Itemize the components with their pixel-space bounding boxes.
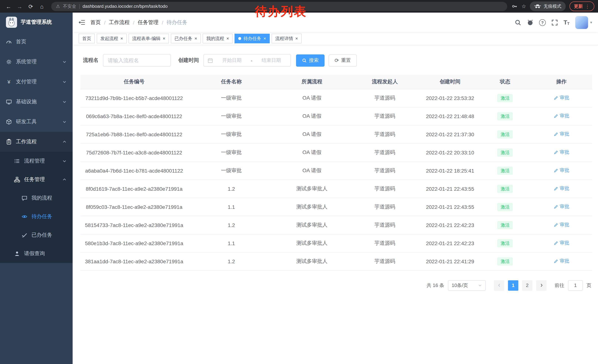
app-root: ← → ⟳ ⌂ ⚠ 不安全 dashboard.yudao.iocoder.cn… xyxy=(0,0,598,364)
approve-link[interactable]: 审批 xyxy=(553,131,569,138)
sidebar-item-infrastructure[interactable]: 基础设施 xyxy=(0,92,73,112)
tag-done-task[interactable]: 已办任务 × xyxy=(171,34,201,43)
tag-label: 首页 xyxy=(82,35,91,42)
cell-task-id: 069c6a63-7b8a-11ec-8ef0-acde48001122 xyxy=(80,107,188,125)
help-icon[interactable]: ? xyxy=(539,19,546,26)
tag-start-process[interactable]: 发起流程 × xyxy=(97,34,127,43)
close-icon[interactable]: × xyxy=(295,36,298,41)
create-time-range-picker[interactable]: 开始日期 - 结束日期 xyxy=(203,54,291,67)
browser-update-button[interactable]: 更新 ⋮ xyxy=(569,1,594,11)
date-range-separator: - xyxy=(251,57,252,63)
breadcrumb-item-home[interactable]: 首页 xyxy=(91,19,101,26)
approve-link[interactable]: 审批 xyxy=(553,113,569,119)
filter-bar: 流程名 创建时间 开始日期 - 结束日期 xyxy=(83,54,592,67)
gear-icon xyxy=(6,59,12,65)
workflow-submenu: 流程管理 任务管理 我的流程 xyxy=(0,152,73,263)
page-size-select[interactable]: 10条/页 xyxy=(448,280,486,291)
browser-back-icon[interactable]: ← xyxy=(4,1,13,11)
browser-reload-icon[interactable]: ⟳ xyxy=(26,1,36,11)
close-icon[interactable]: × xyxy=(194,36,197,41)
sidebar-item-todo-task[interactable]: 待办任务 xyxy=(0,207,73,226)
cell-process: 测试多审批人 xyxy=(275,252,349,270)
cell-task-name: 1.1 xyxy=(188,234,275,252)
search-icon[interactable] xyxy=(515,19,521,26)
col-initiator: 流程发起人 xyxy=(349,75,421,89)
edit-icon xyxy=(553,114,558,119)
page-button-2[interactable]: 2 xyxy=(522,280,532,291)
breadcrumb-item-workflow[interactable]: 工作流程 xyxy=(109,19,130,26)
table-row: 8f059c03-7ac8-11ec-a9e2-a2380e71991a 1.1… xyxy=(80,198,592,216)
cell-initiator: 芋道源码 xyxy=(349,162,421,180)
approve-link[interactable]: 审批 xyxy=(553,258,569,265)
monitor-icon xyxy=(6,99,12,105)
fullscreen-icon[interactable] xyxy=(551,19,558,26)
password-key-icon[interactable] xyxy=(512,3,518,9)
status-badge: 激活 xyxy=(497,203,513,211)
edit-icon xyxy=(553,204,558,209)
process-name-input[interactable] xyxy=(103,54,171,67)
cell-created: 2022-01-22 23:53:32 xyxy=(421,89,480,107)
cell-created: 2022-01-22 20:33:10 xyxy=(421,143,480,162)
tag-label: 流程详情 xyxy=(275,35,293,42)
prev-page-button[interactable] xyxy=(494,280,504,291)
browser-home-icon[interactable]: ⌂ xyxy=(37,1,47,11)
start-date-placeholder: 开始日期 xyxy=(216,57,248,64)
goto-page-input[interactable] xyxy=(568,280,583,291)
sidebar-collapse-icon[interactable] xyxy=(79,20,85,25)
cell-initiator: 芋道源码 xyxy=(349,143,421,162)
approve-link[interactable]: 审批 xyxy=(553,149,569,156)
goto-unit-label: 页 xyxy=(587,282,591,289)
close-icon[interactable]: × xyxy=(163,36,165,41)
approve-link[interactable]: 审批 xyxy=(553,167,569,174)
bookmark-star-icon[interactable]: ☆ xyxy=(522,3,526,9)
tag-process-detail[interactable]: 流程详情 × xyxy=(272,34,302,43)
edit-icon xyxy=(553,259,558,264)
sidebar-item-done-task[interactable]: 已办任务 xyxy=(0,226,73,244)
browser-menu-dots-icon[interactable]: ⋮ xyxy=(585,4,590,9)
sidebar-item-my-process[interactable]: 我的流程 xyxy=(0,189,73,207)
close-icon[interactable]: × xyxy=(120,36,123,41)
avatar[interactable] xyxy=(575,16,588,29)
tag-label: 我的流程 xyxy=(206,35,224,42)
github-icon[interactable] xyxy=(527,19,533,26)
cell-task-id: a6aba0a4-7b6d-11ec-b781-acde48001122 xyxy=(80,162,188,180)
approve-link[interactable]: 审批 xyxy=(553,185,569,192)
tag-todo-task[interactable]: 待办任务 × xyxy=(234,34,270,43)
col-status: 状态 xyxy=(479,75,531,89)
status-badge: 激活 xyxy=(497,185,513,193)
chevron-left-icon xyxy=(497,283,501,287)
sidebar-logo-row[interactable]: 芋道管理系统 xyxy=(0,13,73,32)
sidebar-item-payment[interactable]: ¥ 支付管理 xyxy=(0,72,73,92)
next-page-button[interactable] xyxy=(536,280,547,291)
reset-button[interactable]: ⟳ 重置 xyxy=(329,54,357,66)
approve-link[interactable]: 审批 xyxy=(553,95,569,101)
close-icon[interactable]: × xyxy=(263,36,266,41)
cell-initiator: 芋道源码 xyxy=(349,89,421,107)
sidebar-item-devtools[interactable]: 研发工具 xyxy=(0,112,73,132)
sidebar-item-leave-query[interactable]: 请假查询 xyxy=(0,244,73,263)
sidebar-item-task-management[interactable]: 任务管理 xyxy=(0,170,73,189)
page-button-1[interactable]: 1 xyxy=(508,280,518,291)
user-avatar-menu[interactable]: ▾ xyxy=(575,16,592,29)
approve-link[interactable]: 审批 xyxy=(553,240,569,246)
cell-task-id: 75d72608-7b7f-11ec-a3c8-acde48001122 xyxy=(80,143,188,162)
check-icon xyxy=(22,232,27,238)
sidebar-item-process-management[interactable]: 流程管理 xyxy=(0,152,73,170)
tag-home[interactable]: 首页 xyxy=(79,34,95,43)
tag-process-form-edit[interactable]: 流程表单-编辑 × xyxy=(129,34,169,43)
browser-forward-icon[interactable]: → xyxy=(15,1,25,11)
tag-my-process[interactable]: 我的流程 × xyxy=(203,34,233,43)
sidebar-item-label: 待办任务 xyxy=(32,213,67,220)
cell-initiator: 芋道源码 xyxy=(349,252,421,270)
sidebar-item-system[interactable]: 系统管理 xyxy=(0,52,73,72)
breadcrumb-item-task-management[interactable]: 任务管理 xyxy=(138,19,158,26)
close-icon[interactable]: × xyxy=(226,36,229,41)
search-button[interactable]: 搜索 xyxy=(296,54,324,66)
approve-link[interactable]: 审批 xyxy=(553,222,569,228)
approve-label: 审批 xyxy=(560,113,569,119)
font-size-icon[interactable]: TT xyxy=(564,19,569,25)
sidebar-item-workflow[interactable]: 工作流程 xyxy=(0,132,73,152)
cell-task-id: 580e1b3d-7ac8-11ec-a9e2-a2380e71991a xyxy=(80,234,188,252)
approve-link[interactable]: 审批 xyxy=(553,203,569,210)
sidebar-item-home[interactable]: 首页 xyxy=(0,32,73,52)
